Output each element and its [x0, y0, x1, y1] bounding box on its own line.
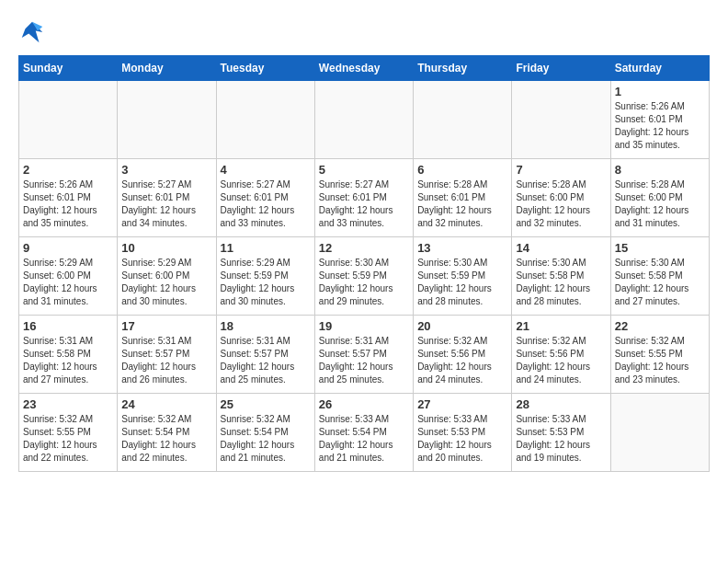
calendar-cell: 11Sunrise: 5:29 AM Sunset: 5:59 PM Dayli…	[216, 237, 314, 316]
calendar-cell: 3Sunrise: 5:27 AM Sunset: 6:01 PM Daylig…	[118, 159, 216, 237]
calendar-cell	[19, 81, 118, 159]
day-number: 10	[121, 241, 211, 255]
day-info: Sunrise: 5:33 AM Sunset: 5:54 PM Dayligh…	[319, 413, 409, 465]
day-info: Sunrise: 5:31 AM Sunset: 5:57 PM Dayligh…	[221, 335, 311, 386]
calendar-week-1: 2Sunrise: 5:26 AM Sunset: 6:01 PM Daylig…	[19, 159, 710, 237]
day-info: Sunrise: 5:30 AM Sunset: 5:58 PM Dayligh…	[516, 257, 606, 308]
calendar-cell: 8Sunrise: 5:28 AM Sunset: 6:00 PM Daylig…	[610, 159, 709, 237]
calendar-cell: 1Sunrise: 5:26 AM Sunset: 6:01 PM Daylig…	[610, 81, 709, 159]
day-info: Sunrise: 5:32 AM Sunset: 5:54 PM Dayligh…	[221, 413, 311, 465]
day-number: 5	[319, 163, 409, 177]
day-info: Sunrise: 5:32 AM Sunset: 5:54 PM Dayligh…	[121, 413, 211, 465]
day-number: 2	[23, 163, 113, 177]
day-number: 14	[516, 241, 606, 255]
day-info: Sunrise: 5:32 AM Sunset: 5:55 PM Dayligh…	[615, 335, 705, 386]
calendar-cell: 12Sunrise: 5:30 AM Sunset: 5:59 PM Dayli…	[314, 237, 413, 316]
day-number: 11	[221, 241, 311, 255]
calendar-week-4: 23Sunrise: 5:32 AM Sunset: 5:55 PM Dayli…	[19, 394, 710, 472]
day-number: 8	[615, 163, 705, 177]
calendar-cell: 20Sunrise: 5:32 AM Sunset: 5:56 PM Dayli…	[414, 316, 512, 394]
day-number: 9	[23, 241, 113, 255]
day-info: Sunrise: 5:31 AM Sunset: 5:58 PM Dayligh…	[23, 335, 113, 386]
calendar-cell: 19Sunrise: 5:31 AM Sunset: 5:57 PM Dayli…	[314, 316, 413, 394]
day-info: Sunrise: 5:32 AM Sunset: 5:55 PM Dayligh…	[23, 413, 113, 465]
day-number: 20	[417, 319, 507, 333]
day-info: Sunrise: 5:29 AM Sunset: 5:59 PM Dayligh…	[221, 257, 311, 308]
day-info: Sunrise: 5:30 AM Sunset: 5:58 PM Dayligh…	[615, 257, 705, 308]
day-number: 26	[319, 397, 409, 411]
calendar-cell	[512, 81, 610, 159]
day-info: Sunrise: 5:31 AM Sunset: 5:57 PM Dayligh…	[121, 335, 211, 386]
day-info: Sunrise: 5:26 AM Sunset: 6:01 PM Dayligh…	[615, 100, 705, 152]
calendar-cell	[414, 81, 512, 159]
calendar-cell: 27Sunrise: 5:33 AM Sunset: 5:53 PM Dayli…	[414, 394, 512, 472]
day-number: 22	[615, 319, 705, 333]
day-info: Sunrise: 5:28 AM Sunset: 6:01 PM Dayligh…	[417, 178, 507, 230]
day-number: 17	[121, 319, 211, 333]
day-info: Sunrise: 5:33 AM Sunset: 5:53 PM Dayligh…	[417, 413, 507, 465]
day-number: 7	[516, 163, 606, 177]
calendar-week-2: 9Sunrise: 5:29 AM Sunset: 6:00 PM Daylig…	[19, 237, 710, 316]
calendar-cell: 2Sunrise: 5:26 AM Sunset: 6:01 PM Daylig…	[19, 159, 118, 237]
day-info: Sunrise: 5:28 AM Sunset: 6:00 PM Dayligh…	[516, 178, 606, 230]
day-number: 23	[23, 397, 113, 411]
day-number: 3	[121, 163, 211, 177]
calendar-cell: 24Sunrise: 5:32 AM Sunset: 5:54 PM Dayli…	[118, 394, 216, 472]
calendar-cell	[118, 81, 216, 159]
day-info: Sunrise: 5:32 AM Sunset: 5:56 PM Dayligh…	[417, 335, 507, 386]
calendar-cell: 22Sunrise: 5:32 AM Sunset: 5:55 PM Dayli…	[610, 316, 709, 394]
calendar-cell: 21Sunrise: 5:32 AM Sunset: 5:56 PM Dayli…	[512, 316, 610, 394]
day-number: 16	[23, 319, 113, 333]
calendar-cell: 23Sunrise: 5:32 AM Sunset: 5:55 PM Dayli…	[19, 394, 118, 472]
calendar-header-sunday: Sunday	[19, 56, 118, 81]
calendar-header-thursday: Thursday	[414, 56, 512, 81]
day-info: Sunrise: 5:28 AM Sunset: 6:00 PM Dayligh…	[615, 178, 705, 230]
calendar-cell	[216, 81, 314, 159]
calendar-cell: 13Sunrise: 5:30 AM Sunset: 5:59 PM Dayli…	[414, 237, 512, 316]
day-number: 15	[615, 241, 705, 255]
day-info: Sunrise: 5:27 AM Sunset: 6:01 PM Dayligh…	[319, 178, 409, 230]
logo	[18, 18, 50, 46]
calendar-cell	[610, 394, 709, 472]
calendar-header-row: SundayMondayTuesdayWednesdayThursdayFrid…	[19, 56, 710, 81]
calendar-cell: 26Sunrise: 5:33 AM Sunset: 5:54 PM Dayli…	[314, 394, 413, 472]
calendar-cell	[314, 81, 413, 159]
day-number: 25	[221, 397, 311, 411]
calendar-cell: 9Sunrise: 5:29 AM Sunset: 6:00 PM Daylig…	[19, 237, 118, 316]
day-info: Sunrise: 5:27 AM Sunset: 6:01 PM Dayligh…	[121, 178, 211, 230]
day-number: 4	[221, 163, 311, 177]
day-number: 27	[417, 397, 507, 411]
calendar-table: SundayMondayTuesdayWednesdayThursdayFrid…	[18, 55, 710, 472]
calendar-cell: 14Sunrise: 5:30 AM Sunset: 5:58 PM Dayli…	[512, 237, 610, 316]
calendar-header-wednesday: Wednesday	[314, 56, 413, 81]
calendar-week-0: 1Sunrise: 5:26 AM Sunset: 6:01 PM Daylig…	[19, 81, 710, 159]
day-number: 28	[516, 397, 606, 411]
calendar-cell: 7Sunrise: 5:28 AM Sunset: 6:00 PM Daylig…	[512, 159, 610, 237]
svg-marker-0	[22, 22, 43, 43]
calendar-header-tuesday: Tuesday	[216, 56, 314, 81]
day-info: Sunrise: 5:29 AM Sunset: 6:00 PM Dayligh…	[121, 257, 211, 308]
calendar-cell: 18Sunrise: 5:31 AM Sunset: 5:57 PM Dayli…	[216, 316, 314, 394]
day-info: Sunrise: 5:30 AM Sunset: 5:59 PM Dayligh…	[417, 257, 507, 308]
day-info: Sunrise: 5:26 AM Sunset: 6:01 PM Dayligh…	[23, 178, 113, 230]
calendar-week-3: 16Sunrise: 5:31 AM Sunset: 5:58 PM Dayli…	[19, 316, 710, 394]
day-info: Sunrise: 5:33 AM Sunset: 5:53 PM Dayligh…	[516, 413, 606, 465]
calendar-cell: 15Sunrise: 5:30 AM Sunset: 5:58 PM Dayli…	[610, 237, 709, 316]
calendar-cell: 16Sunrise: 5:31 AM Sunset: 5:58 PM Dayli…	[19, 316, 118, 394]
day-info: Sunrise: 5:31 AM Sunset: 5:57 PM Dayligh…	[319, 335, 409, 386]
calendar-header-saturday: Saturday	[610, 56, 709, 81]
calendar-cell: 6Sunrise: 5:28 AM Sunset: 6:01 PM Daylig…	[414, 159, 512, 237]
calendar-cell: 4Sunrise: 5:27 AM Sunset: 6:01 PM Daylig…	[216, 159, 314, 237]
calendar-cell: 10Sunrise: 5:29 AM Sunset: 6:00 PM Dayli…	[118, 237, 216, 316]
day-info: Sunrise: 5:27 AM Sunset: 6:01 PM Dayligh…	[221, 178, 311, 230]
day-number: 13	[417, 241, 507, 255]
day-number: 1	[615, 85, 705, 98]
day-number: 6	[417, 163, 507, 177]
day-number: 19	[319, 319, 409, 333]
day-number: 21	[516, 319, 606, 333]
logo-icon	[18, 18, 46, 46]
day-number: 18	[221, 319, 311, 333]
calendar-header-friday: Friday	[512, 56, 610, 81]
day-info: Sunrise: 5:30 AM Sunset: 5:59 PM Dayligh…	[319, 257, 409, 308]
calendar-header-monday: Monday	[118, 56, 216, 81]
